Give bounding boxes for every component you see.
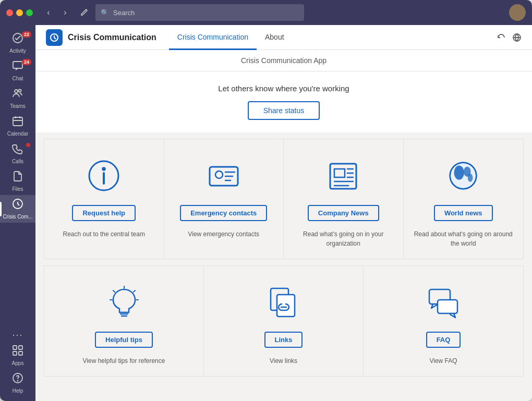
refresh-button[interactable] (497, 33, 506, 42)
activity-badge: 22 (22, 31, 31, 38)
sidebar-item-label: Apps (12, 360, 24, 366)
svg-rect-1 (13, 62, 22, 68)
svg-rect-4 (13, 117, 22, 126)
sidebar-item-calendar[interactable]: Calendar (0, 112, 35, 140)
info-circle-icon (86, 157, 122, 194)
request-help-button[interactable]: Request help (72, 205, 136, 221)
search-bar[interactable]: 🔍 (95, 4, 304, 21)
faq-icon-area (425, 282, 462, 323)
app-tabs: Crisis Communication About (169, 25, 293, 50)
sidebar-item-label: Activity (9, 48, 26, 54)
sidebar-item-chat[interactable]: 24 Chat (0, 57, 35, 84)
sidebar-item-more[interactable]: ... (0, 324, 35, 342)
company-news-icon-area (325, 155, 361, 197)
helpful-tips-icon-area (106, 282, 142, 323)
share-tagline: Let others know where you're working (46, 84, 522, 93)
request-help-desc: Reach out to the central team (63, 229, 145, 239)
links-desc: View links (270, 356, 297, 366)
app-icon (46, 29, 63, 46)
sidebar-item-files[interactable]: Files (0, 167, 35, 195)
teams-icon (12, 88, 23, 102)
sidebar-item-calls[interactable]: Calls (0, 140, 35, 167)
apps-icon (12, 345, 23, 359)
calls-icon (12, 143, 23, 157)
search-icon: 🔍 (101, 9, 109, 17)
edit-button[interactable] (77, 5, 91, 20)
svg-point-11 (18, 381, 18, 381)
avatar[interactable] (509, 4, 526, 21)
company-news-desc: Read what's going on in your organizatio… (294, 229, 393, 248)
main-layout: 22 Activity 24 Chat (0, 25, 532, 401)
more-dots: ... (12, 327, 23, 338)
faq-button[interactable]: FAQ (426, 332, 461, 348)
nav-buttons: ‹ › (41, 5, 72, 20)
sidebar-item-label: Calls (12, 159, 23, 164)
sidebar-item-teams[interactable]: Teams (0, 84, 35, 112)
svg-rect-6 (13, 346, 17, 349)
sidebar-item-help[interactable]: Help (0, 369, 35, 397)
links-icon (265, 284, 302, 321)
card-emergency-contacts: Emergency contacts View emergency contac… (164, 139, 284, 259)
share-status-button[interactable]: Share status (248, 101, 320, 120)
card-faq: FAQ View FAQ (364, 266, 523, 376)
globe-button[interactable] (512, 33, 522, 42)
world-news-button[interactable]: World news (434, 205, 493, 221)
chat-badge: 24 (22, 59, 31, 65)
sidebar-item-label: Help (13, 388, 23, 394)
help-icon (12, 372, 23, 386)
company-news-button[interactable]: Company News (308, 205, 379, 221)
tab-crisis-communication[interactable]: Crisis Communication (169, 26, 257, 50)
helpful-tips-desc: View helpful tips for reference (83, 356, 165, 366)
calendar-icon (12, 115, 23, 129)
sidebar-item-label: Calendar (7, 131, 29, 137)
contact-card-icon (205, 157, 242, 194)
svg-rect-23 (334, 169, 345, 177)
back-button[interactable]: ‹ (41, 5, 56, 20)
svg-rect-45 (438, 300, 457, 313)
sidebar-item-crisis[interactable]: Crisis Com... (0, 195, 35, 223)
request-help-icon-area (86, 155, 122, 197)
app-window: ‹ › 🔍 22 Activ (0, 0, 532, 401)
inner-header-title: Crisis Communication App (241, 56, 327, 65)
crisis-icon (12, 198, 23, 212)
minimize-button[interactable] (16, 9, 23, 16)
forward-button[interactable]: › (58, 5, 72, 20)
sidebar-item-activity[interactable]: 22 Activity (0, 29, 35, 57)
header-actions (497, 33, 522, 42)
world-news-desc: Read about what's going on around the wo… (414, 229, 513, 248)
svg-rect-9 (19, 351, 22, 355)
content-area: Crisis Communication Crisis Communicatio… (35, 25, 532, 401)
sidebar: 22 Activity 24 Chat (0, 25, 35, 401)
svg-rect-8 (13, 351, 17, 355)
lightbulb-icon (106, 284, 142, 321)
search-input[interactable] (113, 9, 299, 17)
helpful-tips-button[interactable]: Helpful tips (95, 332, 153, 348)
links-icon-area (265, 282, 302, 323)
maximize-button[interactable] (26, 9, 33, 16)
inner-header: Crisis Communication App (35, 50, 532, 71)
card-world-news: World news Read about what's going on ar… (404, 139, 524, 259)
card-links: Links View links (204, 266, 364, 376)
sidebar-item-apps[interactable]: Apps (0, 342, 35, 369)
card-request-help: Request help Reach out to the central te… (44, 139, 164, 259)
emergency-contacts-button[interactable]: Emergency contacts (180, 205, 267, 221)
emergency-contacts-desc: View emergency contacts (188, 229, 259, 239)
svg-point-16 (103, 168, 105, 171)
title-bar: ‹ › 🔍 (0, 0, 532, 25)
traffic-lights (6, 9, 33, 16)
emergency-contacts-icon-area (205, 155, 242, 197)
tab-about[interactable]: About (257, 26, 293, 50)
svg-rect-7 (19, 346, 22, 349)
svg-line-37 (113, 290, 115, 292)
svg-point-3 (19, 90, 21, 92)
sidebar-item-label: Crisis Com... (3, 214, 32, 220)
card-row-1: Request help Reach out to the central te… (44, 139, 524, 259)
sidebar-item-label: Chat (12, 76, 23, 81)
links-button[interactable]: Links (264, 332, 303, 348)
svg-point-30 (454, 166, 464, 180)
close-button[interactable] (6, 9, 13, 16)
svg-point-18 (215, 171, 223, 178)
app-title: Crisis Communication (68, 33, 156, 42)
svg-line-38 (134, 290, 135, 292)
sidebar-item-label: Files (12, 186, 23, 192)
